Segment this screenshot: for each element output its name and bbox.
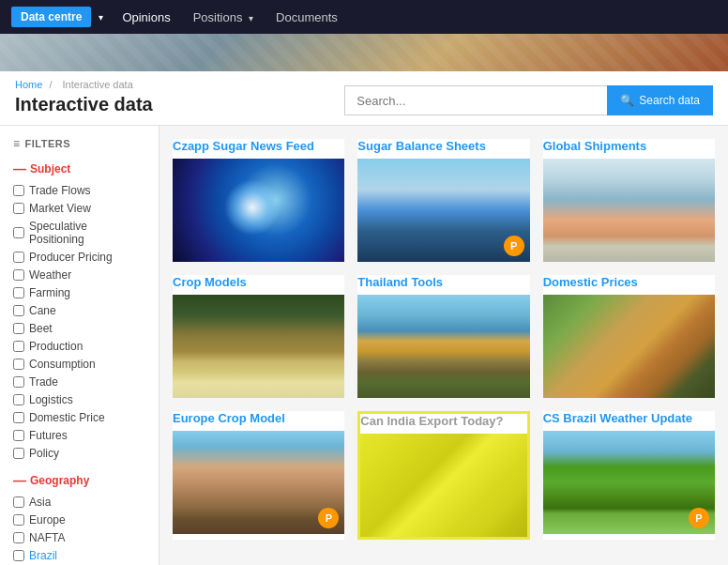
header-banner — [0, 34, 728, 71]
sidebar: ≡ FILTERS — Subject Trade Flows Market V… — [0, 126, 159, 565]
checkbox-brazil[interactable] — [13, 550, 24, 561]
card-sugar-balance-badge: P — [504, 236, 524, 256]
checkbox-europe[interactable] — [13, 514, 24, 526]
checkbox-consumption[interactable] — [13, 359, 24, 370]
card-sugar-balance[interactable]: Sugar Balance Sheets P — [357, 139, 529, 262]
filter-farming[interactable]: Farming — [13, 286, 145, 299]
search-bar: 🔍 Search data — [344, 85, 713, 115]
card-crop-models[interactable]: Crop Models — [173, 275, 344, 398]
filter-brazil[interactable]: Brazil — [13, 549, 145, 562]
card-czapp-title[interactable]: Czapp Sugar News Feed — [173, 139, 344, 153]
filters-header: ≡ FILTERS — [13, 137, 145, 150]
card-europe-crop-title[interactable]: Europe Crop Model — [173, 411, 344, 425]
checkbox-cane[interactable] — [13, 305, 24, 316]
card-domestic-image — [543, 295, 715, 398]
card-thailand[interactable]: Thailand Tools — [357, 275, 529, 398]
checkbox-beet[interactable] — [13, 323, 24, 334]
card-global-ship-title[interactable]: Global Shipments — [543, 139, 715, 153]
filter-market-view[interactable]: Market View — [13, 202, 145, 215]
card-sugar-balance-title[interactable]: Sugar Balance Sheets — [357, 139, 529, 153]
positions-arrow-icon: ▾ — [249, 13, 253, 23]
nav-brand[interactable]: Data centre — [11, 7, 91, 27]
card-crop-models-title[interactable]: Crop Models — [173, 275, 344, 289]
filter-europe[interactable]: Europe — [13, 513, 145, 527]
card-thailand-title[interactable]: Thailand Tools — [357, 275, 529, 289]
filter-production[interactable]: Production — [13, 340, 145, 353]
card-global-ship-image — [543, 159, 715, 262]
filter-speculative[interactable]: Speculative Positioning — [13, 220, 145, 246]
highlight-overlay — [360, 434, 526, 537]
page-title: Interactive data — [15, 94, 153, 115]
page-title-area: Home / Interactive data Interactive data — [15, 79, 153, 115]
nav-brand-arrow-icon: ▾ — [99, 12, 103, 23]
nav-item-documents[interactable]: Documents — [276, 3, 338, 32]
filters-label: FILTERS — [25, 138, 71, 149]
card-domestic[interactable]: Domestic Prices — [543, 275, 715, 398]
card-india-export[interactable]: Can India Export Today? — [357, 411, 529, 540]
checkbox-nafta[interactable] — [13, 532, 24, 543]
checkbox-trade[interactable] — [13, 376, 24, 388]
nav-item-opinions[interactable]: Opinions — [122, 3, 170, 32]
filter-section-geography: — Geography Asia Europe NAFTA Braz — [13, 473, 145, 565]
card-india-export-image — [360, 434, 526, 537]
geography-section-title[interactable]: — Geography — [13, 473, 145, 488]
checkbox-farming[interactable] — [13, 287, 24, 298]
search-button-label: Search data — [639, 94, 700, 107]
filter-beet[interactable]: Beet — [13, 322, 145, 335]
filter-producer-pricing[interactable]: Producer Pricing — [13, 251, 145, 264]
card-cs-brazil-image: P — [543, 431, 715, 534]
card-sugar-balance-image: P — [357, 159, 529, 262]
card-europe-crop-badge: P — [318, 508, 339, 528]
checkbox-producer-pricing[interactable] — [13, 252, 24, 263]
filter-logistics[interactable]: Logistics — [13, 393, 145, 406]
checkbox-asia[interactable] — [13, 496, 24, 508]
subject-dash-icon: — — [13, 161, 26, 176]
card-cs-brazil[interactable]: CS Brazil Weather Update P — [543, 411, 715, 540]
filter-nafta[interactable]: NAFTA — [13, 531, 145, 544]
top-nav: Data centre ▾ Opinions Positions ▾ Docum… — [0, 0, 728, 34]
search-icon: 🔍 — [620, 94, 634, 107]
card-cs-brazil-title[interactable]: CS Brazil Weather Update — [543, 411, 715, 425]
filter-domestic-price[interactable]: Domestic Price — [13, 411, 145, 424]
card-global-ship[interactable]: Global Shipments — [543, 139, 715, 262]
filter-cane[interactable]: Cane — [13, 304, 145, 317]
search-button[interactable]: 🔍 Search data — [607, 85, 713, 115]
breadcrumb-home-link[interactable]: Home — [15, 79, 42, 90]
subject-label: Subject — [30, 162, 70, 176]
card-cs-brazil-badge: P — [689, 508, 709, 528]
breadcrumb-separator: / — [49, 79, 54, 90]
filter-trade[interactable]: Trade — [13, 375, 145, 389]
nav-item-positions[interactable]: Positions ▾ — [193, 3, 253, 32]
filter-policy[interactable]: Policy — [13, 447, 145, 460]
checkbox-policy[interactable] — [13, 448, 24, 459]
search-input[interactable] — [344, 85, 607, 115]
filter-trade-flows[interactable]: Trade Flows — [13, 184, 145, 197]
card-crop-models-image — [173, 295, 344, 398]
card-czapp-image — [173, 159, 344, 262]
filter-consumption[interactable]: Consumption — [13, 358, 145, 371]
content-area: ≡ FILTERS — Subject Trade Flows Market V… — [0, 126, 728, 565]
geography-dash-icon: — — [13, 473, 26, 488]
checkbox-weather[interactable] — [13, 269, 24, 281]
subject-section-title[interactable]: — Subject — [13, 161, 145, 176]
filter-weather[interactable]: Weather — [13, 268, 145, 282]
checkbox-production[interactable] — [13, 341, 24, 352]
breadcrumb-current: Interactive data — [63, 79, 133, 90]
page-container: Data centre ▾ Opinions Positions ▾ Docum… — [0, 0, 728, 565]
checkbox-trade-flows[interactable] — [13, 185, 24, 196]
checkbox-speculative[interactable] — [13, 227, 24, 238]
card-domestic-title[interactable]: Domestic Prices — [543, 275, 715, 289]
filter-asia[interactable]: Asia — [13, 496, 145, 509]
main-content: Czapp Sugar News Feed Sugar Balance Shee… — [159, 126, 728, 565]
card-india-export-title[interactable]: Can India Export Today? — [360, 414, 526, 428]
card-europe-crop[interactable]: Europe Crop Model P — [173, 411, 344, 540]
checkbox-futures[interactable] — [13, 430, 24, 441]
checkbox-domestic-price[interactable] — [13, 412, 24, 423]
checkbox-logistics[interactable] — [13, 394, 24, 405]
card-thailand-image — [357, 295, 529, 398]
filter-futures[interactable]: Futures — [13, 429, 145, 442]
card-czapp[interactable]: Czapp Sugar News Feed — [173, 139, 344, 262]
breadcrumb: Home / Interactive data — [15, 79, 153, 90]
search-area: 🔍 Search data — [344, 85, 713, 115]
checkbox-market-view[interactable] — [13, 203, 24, 214]
